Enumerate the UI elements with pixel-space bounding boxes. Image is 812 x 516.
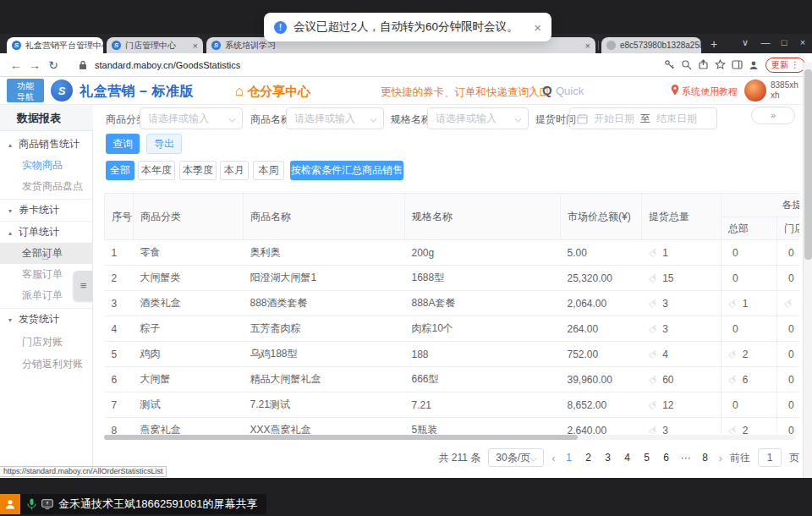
function-nav-toggle[interactable]: 功能 导航	[7, 79, 44, 102]
reload-icon[interactable]: ↻	[44, 58, 63, 72]
page-6[interactable]: 6	[661, 452, 672, 464]
col-header-store: 门店	[777, 217, 800, 240]
sidebar-item-physical-goods[interactable]: 实物商品	[0, 155, 93, 176]
browser-tab-1[interactable]: S 礼盒营销平台管理中心 ×	[7, 37, 103, 53]
range-tab-week[interactable]: 本周	[253, 161, 284, 180]
start-date-placeholder[interactable]: 开始日期	[594, 112, 634, 126]
hq-cell[interactable]: ☞6	[721, 367, 777, 392]
date-range-picker[interactable]: 开始日期 至 结束日期	[569, 107, 717, 129]
chrome-update-button[interactable]: 更新 ⋮	[765, 58, 805, 73]
forward-icon[interactable]: →	[25, 58, 44, 72]
tab-close-icon[interactable]: ×	[188, 41, 198, 51]
pickup-total-cell[interactable]: ☞3	[642, 291, 721, 316]
back-icon[interactable]: ←	[7, 58, 25, 72]
expand-filters-button[interactable]: »	[751, 107, 795, 124]
sidebar-item-store-reconciliation[interactable]: 门店对账	[0, 332, 93, 353]
spec-select[interactable]: 请选择或输入	[427, 107, 529, 129]
page-ellipsis[interactable]: ···	[680, 452, 692, 464]
share-center-link[interactable]: ⌂ 仓分享中心	[235, 83, 310, 100]
page-8[interactable]: 8	[700, 452, 711, 464]
pickup-total-cell[interactable]: ☞1	[642, 240, 721, 266]
pickup-total-cell[interactable]: ☞4	[642, 342, 721, 367]
page-2[interactable]: 2	[583, 452, 595, 464]
horizontal-scrollbar-thumb[interactable]	[104, 435, 578, 440]
sidebar-item-label: 券卡统计	[19, 204, 59, 216]
toast-close-icon[interactable]: ×	[534, 20, 541, 35]
user-name: 8385xh xh	[771, 80, 798, 101]
range-tab-all[interactable]: 全部	[106, 161, 134, 180]
browser-tab-2[interactable]: S 门店管理中心 ×	[107, 37, 203, 53]
end-date-placeholder[interactable]: 结束日期	[656, 112, 697, 126]
status-bar-link: https://standard.maboy.cn/AllOrderStatis…	[0, 466, 167, 477]
meeting-toast: ! 会议已超过2人，自动转为60分钟限时会议。 ×	[264, 13, 551, 41]
url-text[interactable]: standard.maboy.cn/GoodsStatistics	[95, 60, 240, 70]
range-tab-month[interactable]: 本月	[220, 161, 249, 180]
category-select[interactable]: 请选择或输入	[140, 107, 243, 129]
sidebar-item-shipping-stats[interactable]: ▾发货统计	[0, 308, 93, 329]
bookmark-star-icon[interactable]	[711, 58, 728, 72]
next-page-icon[interactable]: ›	[719, 452, 722, 464]
side-panel-icon[interactable]	[728, 58, 745, 72]
finger-icon: ☞	[645, 270, 661, 286]
page-1[interactable]: 1	[563, 452, 575, 464]
store-cell[interactable]: ☞	[777, 291, 800, 316]
range-tab-quarter[interactable]: 本季度	[179, 161, 217, 180]
user-avatar[interactable]	[744, 80, 766, 102]
col-header-no: 序号	[105, 194, 134, 240]
user-name-main: 8385xh	[771, 80, 798, 91]
query-button[interactable]: 查询	[106, 134, 140, 154]
vertical-scrollbar[interactable]	[803, 63, 812, 478]
window-maximize-button[interactable]: □	[776, 37, 792, 47]
tab-close-icon[interactable]: ×	[580, 41, 590, 51]
store-cell: 0	[777, 240, 800, 266]
pickup-total-cell[interactable]: ☞3	[642, 418, 721, 435]
sidebar-collapse-handle[interactable]: ≡	[74, 271, 93, 301]
prev-page-icon[interactable]: ‹	[551, 452, 555, 464]
hq-cell[interactable]: ☞1	[721, 291, 777, 316]
goto-label: 前往	[730, 451, 750, 465]
pickup-total-cell[interactable]: ☞60	[642, 367, 721, 392]
pickup-total-cell[interactable]: ☞12	[642, 392, 721, 418]
screen-share-icon	[41, 499, 53, 509]
user-name-sub: xh	[771, 91, 798, 101]
select-placeholder: 请选择或输入	[148, 112, 209, 126]
export-button[interactable]: 导出	[146, 134, 182, 154]
browser-tab-4[interactable]: e8c573980b1328a258fd2e6... ×	[601, 37, 701, 53]
profile-icon[interactable]	[745, 58, 762, 72]
system-tutorial-link[interactable]: 系统使用教程	[682, 85, 738, 98]
horizontal-scrollbar[interactable]	[104, 435, 795, 440]
new-tab-button[interactable]: +	[705, 37, 722, 51]
pickup-total-cell[interactable]: ☞15	[642, 266, 721, 291]
page-3[interactable]: 3	[602, 452, 614, 464]
sidebar-item-all-orders[interactable]: 全部订单	[0, 243, 93, 264]
hq-cell[interactable]: ☞2	[721, 418, 777, 435]
quick-label[interactable]: Quick	[556, 85, 584, 97]
page-size-select[interactable]: 30条/页	[488, 448, 544, 467]
window-minimize-button[interactable]: —	[758, 37, 773, 47]
sidebar-item-order-stats[interactable]: ▴订单统计	[0, 221, 93, 242]
summary-button[interactable]: 按检索条件汇总商品销售额	[290, 161, 403, 180]
browser-toolbar: ← → ↻ standard.maboy.cn/GoodsStatistics	[0, 53, 812, 77]
sidebar-item-label: 商品销售统计	[19, 138, 80, 150]
name-select[interactable]: 请选择或输入	[286, 107, 384, 129]
sidebar-item-voucher-stats[interactable]: ▾券卡统计	[0, 199, 93, 220]
page-4[interactable]: 4	[622, 452, 634, 464]
goto-page-input[interactable]	[758, 448, 782, 467]
tab-search-icon[interactable]: ∨	[738, 37, 753, 48]
key-icon[interactable]	[661, 58, 678, 72]
vertical-scrollbar-thumb[interactable]	[804, 69, 812, 260]
page-size-value: 30条/页	[496, 452, 530, 464]
sidebar-item-distribution-rebate[interactable]: 分销返利对账	[0, 354, 93, 375]
sidebar-item-goods-sales-stats[interactable]: ▴商品销售统计	[0, 134, 93, 155]
hq-cell: 0	[721, 316, 777, 342]
share-icon[interactable]	[694, 58, 711, 72]
quick-search-q-icon[interactable]: Q	[542, 83, 552, 97]
range-tab-year[interactable]: 本年度	[138, 161, 175, 180]
hq-cell: 0	[721, 240, 777, 266]
sidebar-item-shipment-inventory[interactable]: 发货商品盘点	[0, 176, 93, 197]
hq-cell[interactable]: ☞2	[721, 342, 777, 367]
pickup-total-cell[interactable]: ☞3	[642, 316, 721, 342]
window-close-button[interactable]: ×	[795, 37, 810, 47]
zoom-icon[interactable]	[678, 58, 694, 72]
page-5[interactable]: 5	[641, 452, 653, 464]
